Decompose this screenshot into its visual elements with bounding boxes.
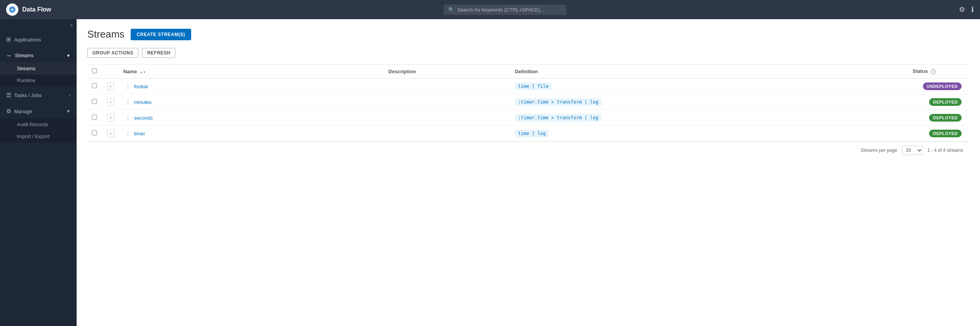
- manage-chevron-icon: ▼: [66, 109, 70, 114]
- row-status-cell: DEPLOYED: [908, 94, 969, 110]
- search-placeholder: Search for keywords (CTRL+SPACE)...: [457, 7, 544, 13]
- row-status-cell: DEPLOYED: [908, 126, 969, 142]
- page-header: Streams CREATE STREAM(S): [87, 28, 969, 40]
- action-bar: GROUP ACTIONS REFRESH: [87, 48, 969, 58]
- sidebar-item-applications[interactable]: ⊞ Applications: [0, 32, 77, 47]
- row-checkbox[interactable]: [92, 99, 97, 104]
- row-desc-cell: [384, 110, 510, 126]
- stream-name-link[interactable]: seconds: [134, 115, 152, 121]
- col-status-header: Status i: [908, 64, 969, 79]
- table-body: › ⋮ foobar time | file UNDEPLOYED › ⋮ mi…: [87, 79, 969, 142]
- row-expand-cell: ›: [103, 79, 119, 94]
- table-header: Name ▲▼ Description Definition Status i: [87, 64, 969, 79]
- row-status-cell: UNDEPLOYED: [908, 79, 969, 94]
- sidebar-applications-label: Applications: [14, 37, 41, 43]
- sidebar-item-streams-streams[interactable]: Streams: [0, 63, 77, 74]
- table-row: › ⋮ foobar time | file UNDEPLOYED: [87, 79, 969, 94]
- definition-tag: time | log: [515, 130, 549, 137]
- row-expand-button[interactable]: ›: [107, 98, 114, 106]
- row-expand-cell: ›: [103, 110, 119, 126]
- per-page-select[interactable]: 20 50 100: [902, 146, 923, 155]
- row-desc-cell: [384, 126, 510, 142]
- row-desc-cell: [384, 94, 510, 110]
- search-icon: 🔍: [448, 7, 454, 13]
- table-row: › ⋮ minutes :timer.time > transform | lo…: [87, 94, 969, 110]
- status-info-icon[interactable]: i: [931, 69, 936, 74]
- refresh-button[interactable]: REFRESH: [142, 48, 175, 58]
- row-checkbox[interactable]: [92, 130, 97, 135]
- sidebar-item-import-export[interactable]: Import / Export: [0, 130, 77, 142]
- row-def-cell: time | log: [510, 126, 908, 142]
- select-all-checkbox[interactable]: [92, 68, 97, 73]
- stream-name-link[interactable]: timer: [134, 131, 145, 137]
- content-area: Streams CREATE STREAM(S) GROUP ACTIONS R…: [77, 19, 980, 326]
- col-name-header[interactable]: Name ▲▼: [119, 64, 384, 79]
- sidebar-item-streams[interactable]: ↔ Streams ▼: [0, 48, 77, 63]
- app-title: Data Flow: [22, 6, 51, 13]
- row-checkbox[interactable]: [92, 115, 97, 120]
- status-badge: DEPLOYED: [929, 114, 962, 122]
- sidebar-manage-section: ⚙ Manage ▼ Audit Records Import / Export: [0, 104, 77, 142]
- status-badge: DEPLOYED: [929, 130, 962, 137]
- sidebar-item-streams-runtime[interactable]: Runtime: [0, 74, 77, 86]
- row-expand-button[interactable]: ›: [107, 114, 114, 122]
- row-expand-cell: ›: [103, 126, 119, 142]
- row-menu-cell: ⋮ timer: [119, 126, 384, 141]
- row-expand-cell: ›: [103, 94, 119, 110]
- page-title: Streams: [87, 28, 125, 40]
- search-bar[interactable]: 🔍 Search for keywords (CTRL+SPACE)...: [444, 5, 566, 15]
- main-content: Streams CREATE STREAM(S) GROUP ACTIONS R…: [77, 19, 980, 326]
- row-expand-button[interactable]: ›: [107, 82, 114, 90]
- definition-tag: :timer.time > transform | log: [515, 98, 601, 106]
- sidebar-item-audit-records[interactable]: Audit Records: [0, 119, 77, 130]
- stream-name-link[interactable]: minutes: [134, 99, 152, 105]
- table-row: › ⋮ timer time | log DEPLOYED: [87, 126, 969, 142]
- group-actions-button[interactable]: GROUP ACTIONS: [87, 48, 138, 58]
- sidebar-tasks-section: ☰ Tasks / Jobs ›: [0, 88, 77, 102]
- row-checkbox[interactable]: [92, 83, 97, 88]
- row-menu-button[interactable]: ⋮: [123, 98, 133, 106]
- sidebar-collapse-button[interactable]: «: [0, 19, 77, 31]
- sidebar-manage-label: Manage: [14, 109, 32, 114]
- navbar-left: Data Flow: [6, 3, 51, 16]
- create-streams-button[interactable]: CREATE STREAM(S): [131, 29, 191, 40]
- sidebar-item-manage[interactable]: ⚙ Manage ▼: [0, 104, 77, 119]
- streams-table: Name ▲▼ Description Definition Status i: [87, 64, 969, 142]
- per-page-label: Streams per page: [860, 148, 897, 153]
- row-desc-cell: [384, 79, 510, 94]
- settings-icon[interactable]: ⚙: [959, 5, 965, 14]
- row-checkbox-cell: [87, 110, 103, 126]
- navbar: Data Flow 🔍 Search for keywords (CTRL+SP…: [0, 0, 980, 19]
- manage-submenu: Audit Records Import / Export: [0, 119, 77, 142]
- stream-name-link[interactable]: foobar: [134, 84, 148, 89]
- row-menu-button[interactable]: ⋮: [123, 130, 133, 137]
- row-def-cell: :timer.time > transform | log: [510, 110, 908, 126]
- tasks-icon: ☰: [6, 92, 11, 99]
- navbar-right: ⚙ ℹ: [959, 5, 974, 14]
- sidebar-streams-section: ↔ Streams ▼ Streams Runtime: [0, 48, 77, 86]
- tasks-chevron-icon: ›: [69, 93, 70, 97]
- row-checkbox-cell: [87, 79, 103, 94]
- sidebar-applications-section: ⊞ Applications: [0, 32, 77, 47]
- row-checkbox-cell: [87, 126, 103, 142]
- layout: « ⊞ Applications ↔ Streams ▼ Streams Run…: [0, 19, 980, 326]
- row-expand-button[interactable]: ›: [107, 130, 114, 137]
- row-menu-cell: ⋮ foobar: [119, 79, 384, 94]
- status-badge: UNDEPLOYED: [923, 82, 962, 90]
- row-def-cell: :timer.time > transform | log: [510, 94, 908, 110]
- sidebar-item-tasks[interactable]: ☰ Tasks / Jobs ›: [0, 88, 77, 102]
- row-menu-button[interactable]: ⋮: [123, 114, 133, 122]
- row-checkbox-cell: [87, 94, 103, 110]
- col-desc-header: Description: [384, 64, 510, 79]
- row-def-cell: time | file: [510, 79, 908, 94]
- row-status-cell: DEPLOYED: [908, 110, 969, 126]
- row-menu-button[interactable]: ⋮: [123, 82, 133, 90]
- sidebar: « ⊞ Applications ↔ Streams ▼ Streams Run…: [0, 19, 77, 326]
- applications-icon: ⊞: [6, 36, 11, 43]
- row-menu-cell: ⋮ seconds: [119, 110, 384, 125]
- info-icon[interactable]: ℹ: [971, 5, 974, 14]
- definition-tag: time | file: [515, 82, 551, 90]
- col-checkbox: [87, 64, 103, 79]
- pagination-bar: Streams per page 20 50 100 1 - 4 of 4 st…: [87, 142, 969, 159]
- collapse-icon: «: [70, 22, 73, 28]
